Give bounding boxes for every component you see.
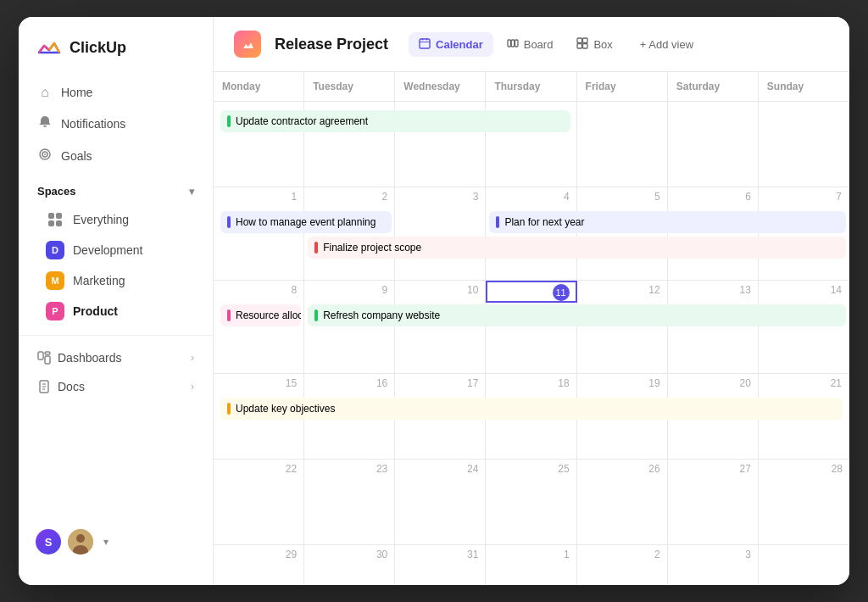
clickup-logo-icon bbox=[36, 34, 63, 61]
development-badge: D bbox=[46, 241, 64, 259]
date-29: 29 bbox=[220, 549, 297, 560]
day-header-wed: Wednesday bbox=[395, 72, 486, 101]
nav-items: ⌂ Home Notifications Goals bbox=[19, 78, 213, 171]
tab-board[interactable]: Board bbox=[497, 32, 564, 57]
board-tab-label: Board bbox=[524, 38, 554, 51]
sidebar-item-marketing[interactable]: M Marketing bbox=[27, 265, 204, 296]
week0-cell-5 bbox=[577, 102, 668, 187]
spaces-header: Spaces ▾ bbox=[19, 171, 213, 204]
date-18: 18 bbox=[492, 377, 569, 389]
week-row-2: 8 9 10 11 12 13 14 Resource allocat bbox=[214, 281, 849, 374]
tab-box[interactable]: Box bbox=[566, 32, 622, 57]
spaces-list: Everything D Development M Marketing P P… bbox=[19, 204, 213, 326]
week-row-3: 15 16 17 18 19 20 21 Update key objectiv… bbox=[214, 374, 849, 460]
sidebar-item-everything[interactable]: Everything bbox=[27, 204, 204, 235]
week4-cell-5: 26 bbox=[577, 460, 668, 544]
sidebar-item-dashboards[interactable]: Dashboards › bbox=[27, 344, 204, 371]
date-6: 6 bbox=[675, 191, 751, 203]
date-11-highlighted: 11 bbox=[492, 284, 569, 301]
week0-cell-1 bbox=[214, 102, 304, 187]
week3-cell-6: 20 bbox=[668, 374, 759, 459]
add-view-button[interactable]: + Add view bbox=[630, 33, 704, 56]
dashboards-icon bbox=[37, 351, 51, 365]
sidebar-item-development[interactable]: D Development bbox=[27, 235, 204, 265]
date-15: 15 bbox=[220, 377, 297, 389]
week1-cell-4: 4 bbox=[486, 187, 576, 280]
day-header-thu: Thursday bbox=[486, 72, 576, 101]
sidebar-item-notifications[interactable]: Notifications bbox=[27, 109, 204, 139]
home-label: Home bbox=[61, 86, 92, 99]
day-header-tue: Tuesday bbox=[304, 72, 395, 101]
avatar-img[interactable] bbox=[68, 529, 93, 555]
week5-cell-3: 31 bbox=[395, 545, 486, 585]
svg-rect-25 bbox=[583, 38, 588, 43]
project-icon bbox=[234, 31, 261, 58]
date-7: 7 bbox=[765, 191, 842, 203]
week5-cell-2: 30 bbox=[304, 545, 395, 585]
svg-rect-24 bbox=[577, 38, 582, 43]
svg-rect-8 bbox=[45, 356, 50, 364]
week1-cell-7: 7 bbox=[759, 187, 849, 280]
week-row-1: 1 2 3 4 5 6 7 How to manage event planni… bbox=[214, 187, 849, 281]
day-header-sun: Sunday bbox=[759, 72, 849, 101]
date-26: 26 bbox=[584, 463, 660, 475]
dashboards-chevron-icon: › bbox=[191, 352, 194, 364]
divider bbox=[19, 335, 213, 336]
app-window: ClickUp ⌂ Home Notifications Goals Space bbox=[19, 17, 849, 585]
svg-rect-6 bbox=[56, 220, 62, 226]
tab-calendar[interactable]: Calendar bbox=[409, 32, 493, 57]
date-next-2: 2 bbox=[584, 549, 660, 560]
week4-cell-7: 28 bbox=[759, 460, 849, 544]
sidebar-item-home[interactable]: ⌂ Home bbox=[27, 78, 204, 107]
bell-icon bbox=[37, 115, 53, 132]
week1-cell-1: 1 bbox=[214, 187, 304, 280]
week0-cell-2 bbox=[304, 102, 395, 187]
view-tabs: Calendar Board Box + Add view bbox=[409, 32, 704, 57]
date-16: 16 bbox=[311, 377, 387, 389]
week5-cell-4: 1 bbox=[486, 545, 576, 585]
date-9: 9 bbox=[311, 284, 387, 296]
main-content: Release Project Calendar Board bbox=[214, 17, 849, 585]
week4-cell-1: 22 bbox=[214, 460, 304, 544]
development-label: Development bbox=[73, 243, 143, 257]
chevron-down-icon[interactable]: ▾ bbox=[189, 186, 194, 198]
week3-cell-5: 19 bbox=[577, 374, 668, 459]
calendar-tab-label: Calendar bbox=[436, 38, 483, 51]
week4-cell-6: 27 bbox=[668, 460, 759, 544]
add-view-label: + Add view bbox=[640, 38, 693, 51]
day-header-mon: Monday bbox=[214, 72, 304, 101]
date-next-1: 1 bbox=[492, 549, 569, 560]
week0-cell-4 bbox=[486, 102, 576, 187]
sidebar-item-product[interactable]: P Product bbox=[27, 296, 204, 326]
date-19: 19 bbox=[584, 377, 660, 389]
home-icon: ⌂ bbox=[37, 85, 53, 100]
svg-point-2 bbox=[44, 153, 46, 155]
docs-icon bbox=[37, 380, 51, 393]
date-12: 12 bbox=[584, 284, 660, 296]
week3-cell-3: 17 bbox=[395, 374, 486, 459]
date-17: 17 bbox=[402, 377, 478, 389]
week4-cell-4: 25 bbox=[486, 460, 576, 544]
bottom-nav: Dashboards › Docs › bbox=[19, 344, 213, 400]
date-3: 3 bbox=[402, 191, 478, 203]
date-30: 30 bbox=[311, 549, 387, 560]
sidebar-item-docs[interactable]: Docs › bbox=[27, 373, 204, 400]
week3-cell-7: 21 bbox=[759, 374, 849, 459]
sidebar-item-goals[interactable]: Goals bbox=[27, 141, 204, 171]
date-27: 27 bbox=[675, 463, 751, 475]
week5-cell-1: 29 bbox=[214, 545, 304, 585]
week2-cell-4: 11 bbox=[486, 281, 576, 373]
goals-icon bbox=[37, 148, 53, 164]
svg-rect-5 bbox=[48, 220, 54, 226]
week1-cell-6: 6 bbox=[668, 187, 759, 280]
date-14: 14 bbox=[765, 284, 842, 296]
avatar-s[interactable]: S bbox=[36, 529, 61, 555]
week0-cell-6 bbox=[668, 102, 759, 187]
week1-cell-5: 5 bbox=[577, 187, 668, 280]
product-initial: P bbox=[52, 306, 58, 316]
user-menu-chevron-icon[interactable]: ▾ bbox=[103, 536, 108, 548]
day-header-fri: Friday bbox=[577, 72, 668, 101]
date-25: 25 bbox=[492, 463, 569, 475]
development-initial: D bbox=[52, 245, 58, 255]
box-tab-icon bbox=[576, 37, 588, 52]
